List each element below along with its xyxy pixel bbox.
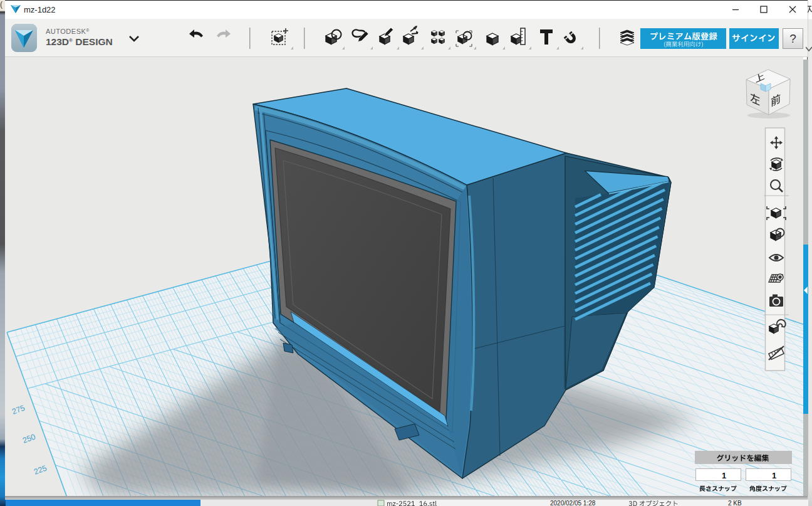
- svg-text:1: 1: [772, 471, 776, 480]
- svg-text:1: 1: [722, 471, 726, 480]
